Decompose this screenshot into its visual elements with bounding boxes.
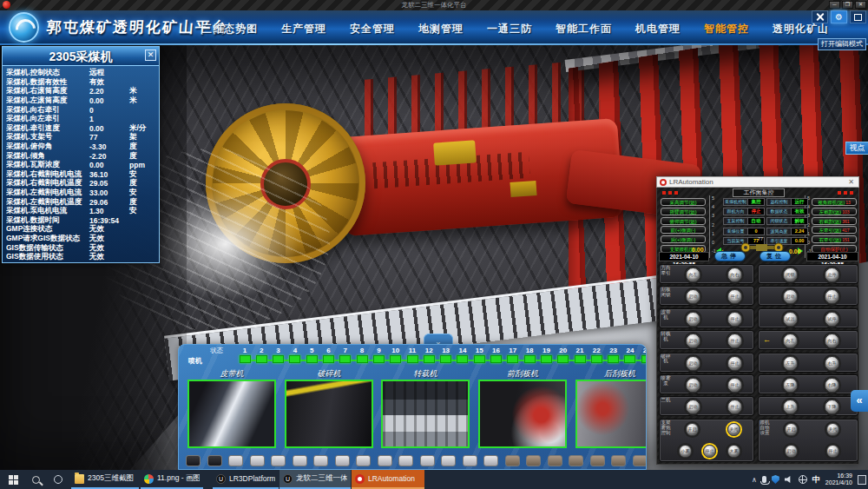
panel-close-icon[interactable]: ✕ — [145, 50, 156, 61]
lr-ctl-button[interactable]: 停止 — [727, 334, 742, 348]
strip-thumb-11[interactable] — [398, 455, 413, 466]
nav-item-9[interactable]: 透明化矿山 — [773, 22, 829, 36]
lr-ctl-button[interactable]: 右升 — [825, 356, 839, 371]
camera-thumb-3[interactable] — [381, 380, 470, 448]
camera-thumb-2[interactable] — [285, 380, 373, 448]
support-status-5[interactable] — [306, 355, 318, 363]
support-status-16[interactable] — [490, 355, 502, 363]
estop-button[interactable]: 急停 — [714, 251, 746, 261]
support-status-22[interactable] — [591, 355, 602, 363]
lr-ctl-button[interactable]: 向右 — [727, 268, 742, 282]
tools-icon[interactable] — [812, 10, 828, 23]
gear-icon[interactable]: ⚙ — [831, 10, 847, 23]
volume-icon[interactable] — [785, 476, 793, 484]
support-status-1[interactable] — [240, 355, 251, 363]
nav-item-6[interactable]: 智能工作面 — [556, 22, 612, 36]
fit-screen-icon[interactable] — [850, 10, 866, 23]
strip-thumb-10[interactable] — [378, 455, 392, 466]
lr-group-button[interactable]: 停止 — [826, 445, 839, 458]
lr-group-button[interactable]: 关闭 — [727, 423, 740, 436]
lr-ctl-button[interactable]: 向左 — [686, 268, 700, 282]
camera-thumb-1[interactable] — [187, 380, 276, 448]
lr-ctl-button[interactable]: 下降 — [825, 400, 839, 414]
strip-thumb-9[interactable] — [356, 455, 371, 466]
strip-thumb-8[interactable] — [335, 455, 350, 466]
support-status-10[interactable] — [390, 355, 401, 363]
lr-ctl-button[interactable]: 总停 — [825, 268, 839, 282]
lr-ctl-button[interactable]: 右降 — [825, 378, 839, 393]
start-button[interactable] — [7, 473, 19, 486]
nav-item-3[interactable]: 安全管理 — [350, 22, 395, 36]
lr-titlebar[interactable]: LRAutomation ✕ — [656, 176, 859, 188]
support-status-25[interactable] — [641, 355, 647, 363]
lr-ctl-button[interactable]: 试运 — [783, 312, 798, 327]
minimize-button[interactable]: ─ — [829, 1, 840, 9]
lr-group-button[interactable]: 开启 — [686, 423, 699, 436]
lr-group-button[interactable]: 启动 — [785, 445, 798, 458]
nav-item-1[interactable]: 三维态势图 — [201, 22, 258, 36]
viewpoint-tab[interactable]: 视点 — [845, 142, 868, 155]
lr-left-button-5[interactable]: 后(+)微调(-) — [661, 235, 706, 243]
close-button[interactable]: ✕ — [855, 1, 866, 9]
support-status-19[interactable] — [541, 355, 552, 363]
lr-ctl-button[interactable]: 停止 — [727, 400, 742, 414]
tray-chevron-up-icon[interactable]: ∧ — [752, 476, 757, 484]
support-status-9[interactable] — [373, 355, 385, 363]
workface-control-tab[interactable]: 工作面集控 — [733, 188, 785, 197]
lr-ctl-button[interactable]: 启动 — [686, 378, 700, 393]
strip-thumb-13[interactable] — [441, 455, 456, 466]
lr-right-button-1[interactable]: 视角跟机(远)13 — [812, 198, 857, 206]
lr-ctl-button[interactable]: 停止 — [727, 356, 742, 371]
support-status-23[interactable] — [608, 355, 619, 363]
nav-item-7[interactable]: 机电管理 — [635, 22, 681, 36]
lr-ctl-button[interactable]: 停止 — [727, 378, 742, 393]
notification-icon[interactable] — [858, 475, 866, 485]
strip-thumb-22[interactable] — [633, 455, 648, 466]
support-status-4[interactable] — [289, 355, 300, 363]
taskbar-item-4[interactable]: 龙软二三维一体化... — [279, 470, 351, 489]
strip-thumb-18[interactable] — [548, 455, 562, 466]
search-button[interactable] — [30, 473, 42, 486]
lr-ctl-button[interactable]: 上升 — [783, 400, 798, 414]
strip-thumb-20[interactable] — [590, 455, 605, 466]
lr-ctl-button[interactable]: 停止 — [825, 289, 839, 304]
lr-close-icon[interactable]: ✕ — [846, 178, 856, 186]
clock[interactable]: 16:39 2021/4/10 — [825, 472, 852, 486]
maximize-button[interactable]: ❐ — [842, 1, 853, 9]
strip-thumb-12[interactable] — [420, 455, 435, 466]
support-status-8[interactable] — [357, 355, 368, 363]
lr-ctl-button[interactable]: 停止 — [727, 289, 742, 304]
support-status-11[interactable] — [407, 355, 418, 363]
strip-thumb-7[interactable] — [313, 455, 328, 466]
lr-ctl-button[interactable]: 左升 — [783, 356, 798, 371]
support-status-7[interactable] — [339, 355, 351, 363]
security-shield-icon[interactable] — [772, 475, 779, 484]
support-status-15[interactable] — [474, 355, 485, 363]
lr-left-button-2[interactable]: 摇臂调节(远) — [661, 208, 706, 215]
strip-thumb-2[interactable] — [207, 455, 222, 466]
ime-indicator[interactable]: 中 — [812, 474, 820, 486]
lr-left-button-1[interactable]: 采高调节(远) — [661, 198, 706, 206]
support-status-13[interactable] — [440, 355, 451, 363]
lr-ctl-button[interactable]: 启动 — [686, 312, 700, 327]
support-status-17[interactable] — [507, 355, 518, 363]
lr-ctl-button[interactable]: 向右 — [825, 334, 839, 348]
nav-item-5[interactable]: 一通三防 — [487, 22, 532, 36]
lr-ctl-button[interactable]: 闭锁 — [783, 268, 798, 282]
taskbar-item-2[interactable]: 11.png - 画图 — [141, 470, 203, 489]
lr-group-button[interactable]: 关闭 — [826, 423, 839, 436]
lr-ctl-button[interactable]: 向左 — [783, 334, 798, 348]
microphone-icon[interactable] — [762, 476, 766, 483]
collapse-panel-tab[interactable]: « — [851, 390, 868, 412]
lr-ctl-button[interactable]: 启动 — [686, 334, 700, 348]
strip-thumb-1[interactable] — [186, 455, 201, 466]
support-status-3[interactable] — [273, 355, 284, 363]
open-edit-mode-button[interactable]: 打开编辑模式 — [818, 38, 866, 50]
strip-thumb-16[interactable] — [505, 455, 520, 466]
network-icon[interactable] — [799, 475, 807, 484]
lr-right-button-2[interactable]: 左截割(远)103 — [812, 208, 857, 215]
lr-right-button-5[interactable]: 右牵引(远)151 — [812, 235, 857, 243]
support-status-6[interactable] — [323, 355, 334, 363]
nav-item-2[interactable]: 生产管理 — [281, 22, 326, 36]
taskbar-item-5[interactable]: LRAutomation — [352, 470, 424, 489]
